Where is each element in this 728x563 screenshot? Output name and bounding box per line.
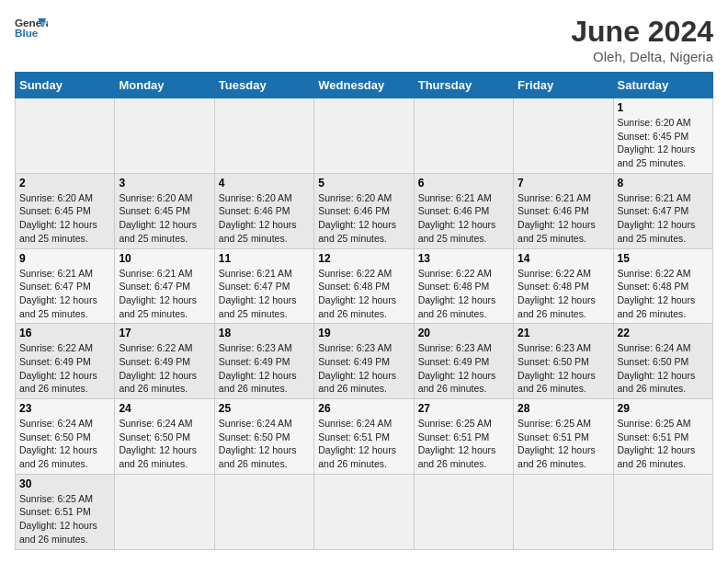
day-number: 17 xyxy=(119,327,210,339)
day-cell: 29Sunrise: 6:25 AMSunset: 6:51 PMDayligh… xyxy=(613,399,712,475)
day-cell: 22Sunrise: 6:24 AMSunset: 6:50 PMDayligh… xyxy=(613,324,712,399)
day-cell: 13Sunrise: 6:22 AMSunset: 6:48 PMDayligh… xyxy=(414,248,513,324)
week-row-1: 2Sunrise: 6:20 AMSunset: 6:45 PMDaylight… xyxy=(16,173,713,248)
day-info: Sunrise: 6:23 AMSunset: 6:49 PMDaylight:… xyxy=(418,341,509,396)
day-cell: 17Sunrise: 6:22 AMSunset: 6:49 PMDayligh… xyxy=(115,324,214,399)
calendar-subtitle: Oleh, Delta, Nigeria xyxy=(571,49,713,64)
day-number: 2 xyxy=(19,177,110,190)
header: General Blue June 2024 Oleh, Delta, Nige… xyxy=(15,15,713,64)
day-cell xyxy=(514,98,613,174)
day-cell xyxy=(414,474,513,549)
day-number: 8 xyxy=(618,177,709,190)
weekday-monday: Monday xyxy=(115,73,214,98)
day-cell xyxy=(514,474,613,549)
day-cell: 7Sunrise: 6:21 AMSunset: 6:46 PMDaylight… xyxy=(514,173,613,248)
day-cell: 9Sunrise: 6:21 AMSunset: 6:47 PMDaylight… xyxy=(16,248,115,324)
day-info: Sunrise: 6:22 AMSunset: 6:48 PMDaylight:… xyxy=(418,267,509,321)
day-number: 28 xyxy=(518,402,609,415)
day-number: 15 xyxy=(618,252,709,265)
day-info: Sunrise: 6:22 AMSunset: 6:49 PMDaylight:… xyxy=(19,341,110,396)
day-cell xyxy=(16,98,115,174)
day-info: Sunrise: 6:20 AMSunset: 6:46 PMDaylight:… xyxy=(219,191,310,246)
day-info: Sunrise: 6:24 AMSunset: 6:50 PMDaylight:… xyxy=(219,417,310,471)
day-cell: 21Sunrise: 6:23 AMSunset: 6:50 PMDayligh… xyxy=(514,324,613,399)
day-cell xyxy=(214,98,313,174)
day-number: 11 xyxy=(219,252,310,265)
day-cell: 23Sunrise: 6:24 AMSunset: 6:50 PMDayligh… xyxy=(16,399,115,475)
day-number: 5 xyxy=(318,177,409,190)
day-info: Sunrise: 6:20 AMSunset: 6:45 PMDaylight:… xyxy=(618,116,709,170)
day-cell xyxy=(214,474,313,549)
title-block: June 2024 Oleh, Delta, Nigeria xyxy=(571,15,713,64)
day-cell: 19Sunrise: 6:23 AMSunset: 6:49 PMDayligh… xyxy=(314,324,414,399)
week-row-0: 1Sunrise: 6:20 AMSunset: 6:45 PMDaylight… xyxy=(16,98,713,174)
day-cell: 6Sunrise: 6:21 AMSunset: 6:46 PMDaylight… xyxy=(414,173,513,248)
day-info: Sunrise: 6:23 AMSunset: 6:49 PMDaylight:… xyxy=(318,341,409,396)
day-cell: 18Sunrise: 6:23 AMSunset: 6:49 PMDayligh… xyxy=(214,324,313,399)
day-number: 19 xyxy=(318,327,409,339)
day-cell: 3Sunrise: 6:20 AMSunset: 6:45 PMDaylight… xyxy=(115,173,214,248)
day-cell: 27Sunrise: 6:25 AMSunset: 6:51 PMDayligh… xyxy=(414,399,513,475)
week-row-4: 23Sunrise: 6:24 AMSunset: 6:50 PMDayligh… xyxy=(16,399,713,475)
logo-icon: General Blue xyxy=(15,15,48,40)
svg-text:Blue: Blue xyxy=(15,27,39,39)
day-cell: 20Sunrise: 6:23 AMSunset: 6:49 PMDayligh… xyxy=(414,324,513,399)
day-number: 29 xyxy=(618,402,709,415)
day-info: Sunrise: 6:21 AMSunset: 6:47 PMDaylight:… xyxy=(19,267,110,321)
week-row-5: 30Sunrise: 6:25 AMSunset: 6:51 PMDayligh… xyxy=(16,474,713,549)
day-cell: 30Sunrise: 6:25 AMSunset: 6:51 PMDayligh… xyxy=(16,474,115,549)
day-info: Sunrise: 6:21 AMSunset: 6:47 PMDaylight:… xyxy=(618,191,709,246)
day-number: 13 xyxy=(418,252,509,265)
weekday-header-row: SundayMondayTuesdayWednesdayThursdayFrid… xyxy=(16,73,713,98)
day-number: 24 xyxy=(119,402,210,415)
day-info: Sunrise: 6:23 AMSunset: 6:50 PMDaylight:… xyxy=(518,341,609,396)
calendar-table: SundayMondayTuesdayWednesdayThursdayFrid… xyxy=(15,72,713,550)
day-info: Sunrise: 6:20 AMSunset: 6:46 PMDaylight:… xyxy=(318,191,409,246)
weekday-wednesday: Wednesday xyxy=(314,73,414,98)
day-cell xyxy=(414,98,513,174)
day-number: 14 xyxy=(518,252,609,265)
day-info: Sunrise: 6:22 AMSunset: 6:49 PMDaylight:… xyxy=(119,341,210,396)
day-cell xyxy=(115,98,214,174)
day-info: Sunrise: 6:24 AMSunset: 6:50 PMDaylight:… xyxy=(618,341,709,396)
logo: General Blue xyxy=(15,15,48,40)
day-number: 12 xyxy=(318,252,409,265)
day-cell: 5Sunrise: 6:20 AMSunset: 6:46 PMDaylight… xyxy=(314,173,414,248)
day-number: 22 xyxy=(618,327,709,339)
day-info: Sunrise: 6:25 AMSunset: 6:51 PMDaylight:… xyxy=(19,492,110,546)
day-info: Sunrise: 6:20 AMSunset: 6:45 PMDaylight:… xyxy=(19,191,110,246)
day-cell: 4Sunrise: 6:20 AMSunset: 6:46 PMDaylight… xyxy=(214,173,313,248)
day-number: 20 xyxy=(418,327,509,339)
day-cell: 10Sunrise: 6:21 AMSunset: 6:47 PMDayligh… xyxy=(115,248,214,324)
day-number: 30 xyxy=(19,477,110,490)
day-cell: 8Sunrise: 6:21 AMSunset: 6:47 PMDaylight… xyxy=(613,173,712,248)
day-cell: 26Sunrise: 6:24 AMSunset: 6:51 PMDayligh… xyxy=(314,399,414,475)
day-cell: 2Sunrise: 6:20 AMSunset: 6:45 PMDaylight… xyxy=(16,173,115,248)
day-cell: 11Sunrise: 6:21 AMSunset: 6:47 PMDayligh… xyxy=(214,248,313,324)
day-info: Sunrise: 6:21 AMSunset: 6:46 PMDaylight:… xyxy=(418,191,509,246)
week-row-3: 16Sunrise: 6:22 AMSunset: 6:49 PMDayligh… xyxy=(16,324,713,399)
day-cell: 28Sunrise: 6:25 AMSunset: 6:51 PMDayligh… xyxy=(514,399,613,475)
day-info: Sunrise: 6:23 AMSunset: 6:49 PMDaylight:… xyxy=(219,341,310,396)
day-number: 3 xyxy=(119,177,210,190)
day-cell xyxy=(613,474,712,549)
day-info: Sunrise: 6:21 AMSunset: 6:47 PMDaylight:… xyxy=(119,267,210,321)
week-row-2: 9Sunrise: 6:21 AMSunset: 6:47 PMDaylight… xyxy=(16,248,713,324)
day-info: Sunrise: 6:22 AMSunset: 6:48 PMDaylight:… xyxy=(618,267,709,321)
day-cell: 15Sunrise: 6:22 AMSunset: 6:48 PMDayligh… xyxy=(613,248,712,324)
day-info: Sunrise: 6:22 AMSunset: 6:48 PMDaylight:… xyxy=(518,267,609,321)
day-number: 6 xyxy=(418,177,509,190)
day-cell: 25Sunrise: 6:24 AMSunset: 6:50 PMDayligh… xyxy=(214,399,313,475)
day-info: Sunrise: 6:24 AMSunset: 6:50 PMDaylight:… xyxy=(119,417,210,471)
day-cell xyxy=(314,98,414,174)
day-info: Sunrise: 6:22 AMSunset: 6:48 PMDaylight:… xyxy=(318,267,409,321)
weekday-tuesday: Tuesday xyxy=(214,73,313,98)
day-cell xyxy=(314,474,414,549)
day-cell: 12Sunrise: 6:22 AMSunset: 6:48 PMDayligh… xyxy=(314,248,414,324)
day-cell: 1Sunrise: 6:20 AMSunset: 6:45 PMDaylight… xyxy=(613,98,712,174)
day-cell xyxy=(115,474,214,549)
day-info: Sunrise: 6:25 AMSunset: 6:51 PMDaylight:… xyxy=(418,417,509,471)
day-info: Sunrise: 6:24 AMSunset: 6:51 PMDaylight:… xyxy=(318,417,409,471)
day-number: 25 xyxy=(219,402,310,415)
day-cell: 24Sunrise: 6:24 AMSunset: 6:50 PMDayligh… xyxy=(115,399,214,475)
